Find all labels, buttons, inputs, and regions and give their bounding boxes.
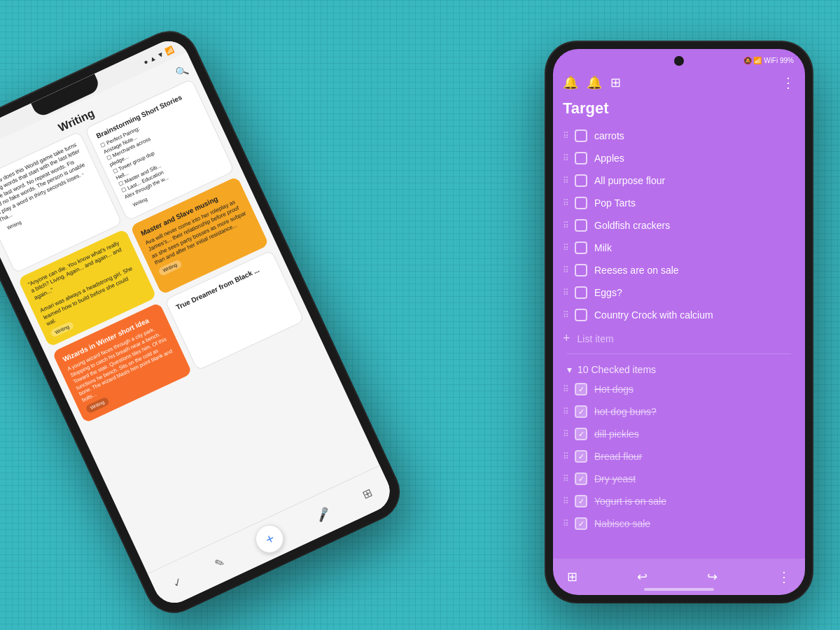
drag-handle[interactable]: ⠿: [563, 220, 568, 230]
mic-icon[interactable]: 🎤: [314, 505, 332, 524]
checkbox-milk[interactable]: [575, 241, 587, 254]
drag-handle[interactable]: ⠿: [563, 265, 568, 275]
item-text-poptarts: Pop Tarts: [594, 197, 636, 209]
more-options-icon[interactable]: ⋮: [781, 74, 795, 91]
checkbox-carrots[interactable]: [575, 130, 587, 142]
drag-handle[interactable]: ⠿: [563, 243, 568, 253]
list-item: ⠿ carrots: [557, 125, 801, 147]
drag-handle[interactable]: ⠿: [563, 407, 568, 416]
checkbox-dry-yeast[interactable]: ✓: [575, 472, 587, 485]
item-text-nabisco: Nabisco sale: [594, 518, 650, 529]
checkbox-crock[interactable]: [575, 309, 587, 321]
edit-icon[interactable]: ✎: [212, 554, 226, 570]
phone2-app-icons: 🔔 🔔 ⊞: [563, 75, 621, 90]
grid-icon[interactable]: ⊞: [360, 486, 374, 502]
list-item: ⠿ Reeses are on sale: [557, 259, 801, 281]
checkbox-nabisco[interactable]: ✓: [575, 517, 587, 530]
bell-icon[interactable]: 🔔: [563, 75, 578, 90]
bell2-icon[interactable]: 🔔: [587, 75, 602, 90]
phone1-device: 3:30 ● ▲ ▼ 📶 ☰ Writing 🔍 So, now does th…: [0, 23, 407, 621]
phone1-screen: 3:30 ● ▲ ▼ 📶 ☰ Writing 🔍 So, now does th…: [0, 34, 396, 610]
phone2-app-header: 🔔 🔔 ⊞ ⋮: [553, 71, 805, 97]
checkbox-apples[interactable]: [575, 152, 587, 164]
item-text-eggs: Eggs?: [594, 287, 622, 298]
undo-icon[interactable]: ↩: [637, 569, 648, 584]
phone2-camera: [674, 56, 684, 66]
redo-icon[interactable]: ↪: [707, 569, 718, 584]
phone2-screen: 🔕 📶 WiFi 99% 🔔 🔔 ⊞ ⋮ Target ⠿ carrots: [553, 49, 805, 595]
drag-handle[interactable]: ⠿: [563, 176, 568, 186]
list-item: ⠿ All purpose flour: [557, 169, 801, 192]
item-text-yogurt: Yogurt is on sale: [594, 496, 666, 507]
add-note-icon[interactable]: ⊞: [567, 569, 578, 584]
checked-count-label: 10 Checked items: [578, 364, 656, 375]
item-text-hotdog-buns: hot dog buns?: [594, 406, 657, 417]
list-title: Target: [553, 97, 805, 125]
list-item: ⠿ Apples: [557, 147, 801, 169]
chevron-down-icon: ▾: [567, 364, 572, 375]
checked-item: ⠿ ✓ Bread flour: [557, 445, 801, 468]
list-item: ⠿ Goldfish crackers: [557, 214, 801, 237]
box-icon[interactable]: ⊞: [610, 75, 621, 90]
list-item: ⠿ Milk: [557, 237, 801, 259]
checked-item: ⠿ ✓ Yogurt is on sale: [557, 490, 801, 512]
drag-handle[interactable]: ⠿: [563, 153, 568, 163]
drag-handle[interactable]: ⠿: [563, 310, 568, 320]
item-text-goldfish: Goldfish crackers: [594, 220, 670, 231]
checkbox-flour[interactable]: [575, 174, 587, 187]
item-text-reeses: Reeses are on sale: [594, 265, 679, 276]
checked-section-header[interactable]: ▾ 10 Checked items: [557, 357, 801, 378]
checkbox-bread-flour[interactable]: ✓: [575, 450, 587, 463]
checkbox-goldfish[interactable]: [575, 219, 587, 232]
item-text-milk: Milk: [594, 242, 612, 253]
phone2-status-icons: 🔕 📶 WiFi 99%: [743, 57, 794, 64]
checkbox-pickles[interactable]: ✓: [575, 428, 587, 440]
item-text-pickles: dill pickles: [594, 428, 639, 440]
checked-item: ⠿ ✓ Dry yeast: [557, 468, 801, 490]
list-item: ⠿ Pop Tarts: [557, 192, 801, 214]
checked-item: ⠿ ✓ dill pickles: [557, 423, 801, 445]
drag-handle[interactable]: ⠿: [563, 131, 568, 141]
phone1-wrapper: 3:30 ● ▲ ▼ 📶 ☰ Writing 🔍 So, now does th…: [0, 23, 407, 621]
checked-item: ⠿ ✓ hot dog buns?: [557, 400, 801, 423]
phone2-wrapper: 🔕 📶 WiFi 99% 🔔 🔔 ⊞ ⋮ Target ⠿ carrots: [546, 42, 812, 602]
drag-handle[interactable]: ⠿: [563, 474, 568, 484]
item-text-bread-flour: Bread flour: [594, 451, 642, 462]
add-icon: +: [563, 331, 570, 346]
list-item: ⠿ Eggs?: [557, 281, 801, 304]
phone1-bottom-nav: ✓ ✎ + 🎤 ⊞: [148, 465, 397, 610]
item-text-apples: Apples: [594, 153, 624, 164]
item-text-carrots: carrots: [594, 130, 624, 141]
drag-handle[interactable]: ⠿: [563, 384, 568, 394]
checkbox-yogurt[interactable]: ✓: [575, 495, 587, 507]
checked-item: ⠿ ✓ Nabisco sale: [557, 512, 801, 535]
item-text-hotdogs: Hot dogs: [594, 384, 634, 395]
drag-handle[interactable]: ⠿: [563, 429, 568, 439]
item-text-flour: All purpose flour: [594, 175, 665, 186]
checkmark-icon[interactable]: ✓: [170, 574, 184, 590]
more-icon[interactable]: ⋮: [777, 568, 791, 585]
checkbox-hotdogs[interactable]: ✓: [575, 383, 587, 396]
checkbox-poptarts[interactable]: [575, 197, 587, 209]
add-item-placeholder[interactable]: List item: [578, 333, 614, 344]
checkbox-eggs[interactable]: [575, 286, 587, 299]
note-text: ☐ Perfect Pairing: Aristage Nute...☐ Mer…: [99, 99, 220, 201]
home-indicator: [644, 588, 714, 591]
drag-handle[interactable]: ⠿: [563, 496, 568, 506]
checkbox-reeses[interactable]: [575, 264, 587, 276]
list-content: ⠿ carrots ⠿ Apples ⠿ All purpose flour ⠿: [553, 125, 805, 535]
checkbox-hotdog-buns[interactable]: ✓: [575, 405, 587, 418]
drag-handle[interactable]: ⠿: [563, 198, 568, 208]
drag-handle[interactable]: ⠿: [563, 519, 568, 528]
fab-button[interactable]: +: [251, 520, 288, 557]
item-text-crock: Country Crock with calcium: [594, 309, 713, 321]
item-text-dry-yeast: Dry yeast: [594, 473, 636, 484]
drag-handle[interactable]: ⠿: [563, 288, 568, 298]
add-item-row[interactable]: + List item: [557, 326, 801, 351]
divider: [567, 354, 791, 354]
drag-handle[interactable]: ⠿: [563, 451, 568, 461]
phone2-device: 🔕 📶 WiFi 99% 🔔 🔔 ⊞ ⋮ Target ⠿ carrots: [546, 42, 812, 602]
checked-item: ⠿ ✓ Hot dogs: [557, 378, 801, 400]
list-item: ⠿ Country Crock with calcium: [557, 304, 801, 326]
